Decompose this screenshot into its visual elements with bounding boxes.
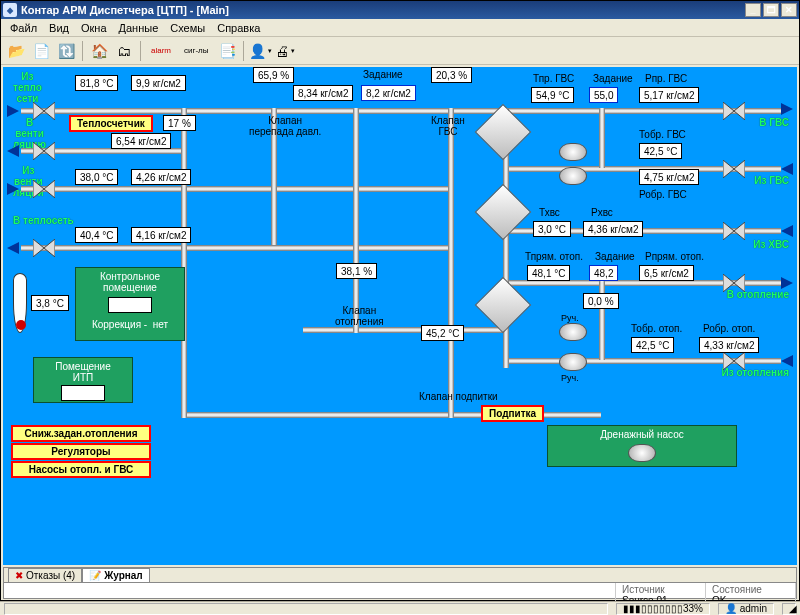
arrow-out-gvs bbox=[781, 103, 793, 115]
arrow-in-otop bbox=[781, 355, 793, 367]
valve-gvs-in[interactable] bbox=[723, 160, 745, 178]
close-button[interactable]: ✕ bbox=[781, 3, 797, 17]
arrow-in-xvs bbox=[781, 225, 793, 237]
open-folder-icon[interactable]: 📂 bbox=[5, 40, 27, 62]
val-tobr-gvs: 42,5 °C bbox=[639, 143, 682, 159]
label-tobr-gvs: Тобр. ГВС bbox=[639, 129, 686, 140]
label-to-heat-net: В теплосеть bbox=[13, 215, 74, 226]
btn-nasos[interactable]: Насосы отопл. и ГВС bbox=[11, 461, 151, 478]
menu-data[interactable]: Данные bbox=[114, 21, 164, 35]
btn-reg[interactable]: Регуляторы bbox=[11, 443, 151, 460]
report-icon[interactable]: 📑 bbox=[216, 40, 238, 62]
home-icon[interactable]: 🏠 bbox=[88, 40, 110, 62]
val-set-gvs[interactable]: 55,0 bbox=[589, 87, 618, 103]
val-t-after-otop: 45,2 °C bbox=[421, 325, 464, 341]
pump-drain[interactable] bbox=[628, 444, 656, 462]
label-tpryam-otop: Тпрям. отоп. bbox=[525, 251, 583, 262]
thermometer-icon bbox=[13, 273, 27, 333]
valve-xvs-in[interactable] bbox=[723, 222, 745, 240]
label-correction: Коррекция - bbox=[92, 319, 147, 330]
user-icon[interactable]: 👤▾ bbox=[249, 40, 271, 62]
val-valve-otop: 38,1 % bbox=[336, 263, 377, 279]
label-drain-pump: Дренажный насос bbox=[551, 429, 733, 440]
valve-vent-in[interactable] bbox=[33, 180, 55, 198]
val-p-vent-out: 4,26 кг/см2 bbox=[131, 169, 191, 185]
valve-inlet[interactable] bbox=[33, 102, 55, 120]
user-icon: 👤 bbox=[725, 603, 737, 614]
signals-icon[interactable]: сиг-лы bbox=[179, 40, 213, 62]
val-pobr-otop: 4,33 кг/см2 bbox=[699, 337, 759, 353]
label-ppryam-otop: Рпрям. отоп. bbox=[645, 251, 704, 262]
val-pxvs: 4,36 кг/см2 bbox=[583, 221, 643, 237]
tab-journal[interactable]: 📝Журнал bbox=[82, 568, 150, 582]
status-resize-grip[interactable]: ◢ bbox=[782, 603, 796, 615]
valve-net-out[interactable] bbox=[33, 239, 55, 257]
print-icon[interactable]: 🖨▾ bbox=[274, 40, 296, 62]
valve-otop-in[interactable] bbox=[723, 352, 745, 370]
pump-otop-1[interactable] bbox=[559, 323, 587, 341]
label-from-heat-net: Из тепло сети bbox=[13, 71, 42, 104]
val-pct-podpitka: 0,0 % bbox=[583, 293, 619, 309]
label-pobr-gvs: Робр. ГВС bbox=[639, 189, 687, 200]
label-zadanie: Задание bbox=[363, 69, 403, 80]
alarm-icon[interactable]: alarm bbox=[146, 40, 176, 62]
val-set-otop[interactable]: 48,2 bbox=[589, 265, 618, 281]
btn-teploschetchik[interactable]: Теплосчетчик bbox=[69, 115, 153, 132]
menu-help[interactable]: Справка bbox=[212, 21, 265, 35]
valve-gvs-out[interactable] bbox=[723, 102, 745, 120]
label-pobr-otop: Робр. отоп. bbox=[703, 323, 755, 334]
val-tpr-gvs: 54,9 °C bbox=[531, 87, 574, 103]
valve-vent-out[interactable] bbox=[33, 142, 55, 160]
pipe bbox=[599, 280, 605, 360]
val-p-vent: 6,54 кг/см2 bbox=[111, 133, 171, 149]
val-t-outside: 3,8 °C bbox=[31, 295, 69, 311]
menu-file[interactable]: Файл bbox=[5, 21, 42, 35]
val-t-in-net: 81,8 °C bbox=[75, 75, 118, 91]
menu-view[interactable]: Вид bbox=[44, 21, 74, 35]
log-header-state: Состояние bbox=[712, 584, 789, 595]
pipe bbox=[21, 108, 781, 114]
val-correction: нет bbox=[153, 319, 168, 330]
label-control-room: Контрольное помещение bbox=[79, 271, 181, 293]
pipe bbox=[599, 108, 605, 168]
btn-snij-otop[interactable]: Сниж.задан.отопления bbox=[11, 425, 151, 442]
btn-podpitka[interactable]: Подпитка bbox=[481, 405, 544, 422]
new-doc-icon[interactable]: 📄 bbox=[30, 40, 52, 62]
label-txvs: Тхвс bbox=[539, 207, 560, 218]
val-pset-pd[interactable]: 8,2 кг/см2 bbox=[361, 85, 416, 101]
valve-otop-out[interactable] bbox=[723, 274, 745, 292]
label-pxvs: Рхвс bbox=[591, 207, 613, 218]
tab-failures[interactable]: ✖Отказы (4) bbox=[8, 568, 82, 582]
menu-windows[interactable]: Окна bbox=[76, 21, 112, 35]
pump-otop-2[interactable] bbox=[559, 353, 587, 371]
val-ppr-gvs: 5,17 кг/см2 bbox=[639, 87, 699, 103]
maximize-button[interactable]: 🗖 bbox=[763, 3, 779, 17]
minimize-button[interactable]: _ bbox=[745, 3, 761, 17]
val-t-vent-out: 38,0 °C bbox=[75, 169, 118, 185]
pipe bbox=[181, 108, 187, 418]
val-pct-vent: 17 % bbox=[163, 115, 196, 131]
stack-icon[interactable]: 🗂 bbox=[113, 40, 135, 62]
pipe bbox=[21, 245, 451, 251]
status-user: 👤 admin bbox=[718, 603, 774, 615]
val-p-in-net: 9,9 кг/см2 bbox=[131, 75, 186, 91]
pipe bbox=[448, 108, 454, 418]
pipe bbox=[353, 108, 359, 333]
val-tpryam-otop: 48,1 °C bbox=[527, 265, 570, 281]
label-klapan-gvs: Клапан ГВС bbox=[431, 115, 465, 137]
pump-gvs-2[interactable] bbox=[559, 167, 587, 185]
refresh-icon[interactable]: 🔃 bbox=[55, 40, 77, 62]
label-ruch-1: Руч. bbox=[561, 313, 579, 323]
label-zadanie2: Задание bbox=[593, 73, 633, 84]
toolbar: 📂 📄 🔃 🏠 🗂 alarm сиг-лы 📑 👤▾ 🖨▾ bbox=[1, 37, 799, 65]
menu-schemes[interactable]: Схемы bbox=[165, 21, 210, 35]
log-panel: ✖Отказы (4) 📝Журнал Источник Source 01 С… bbox=[3, 567, 797, 599]
status-progress: ▮▮▮▯▯▯▯▯▯▯ 33% bbox=[616, 603, 710, 615]
pump-gvs-1[interactable] bbox=[559, 143, 587, 161]
label-from-xvs: Из ХВС bbox=[753, 239, 789, 250]
label-tobr-otop: Тобр. отоп. bbox=[631, 323, 682, 334]
app-icon: ◆ bbox=[3, 3, 17, 17]
arrow-in-1 bbox=[7, 105, 19, 117]
val-t-control-room: 17,2 °C bbox=[108, 297, 151, 313]
titlebar: ◆ Контар АРМ Диспетчера [ЦТП] - [Main] _… bbox=[1, 1, 799, 19]
